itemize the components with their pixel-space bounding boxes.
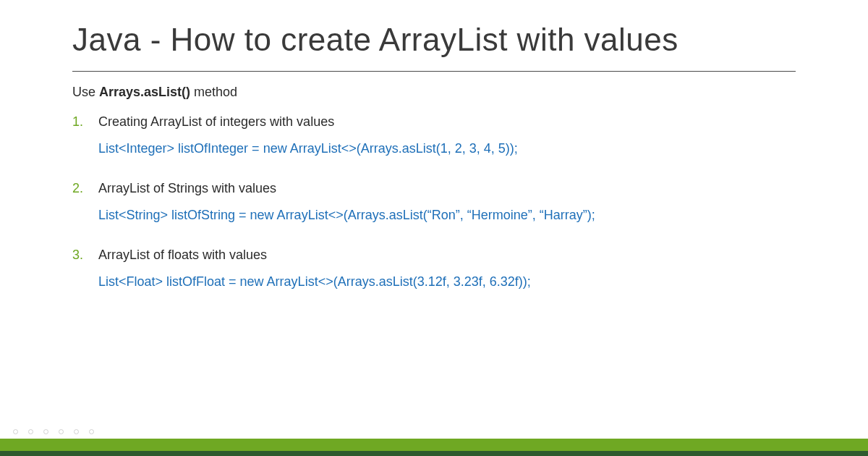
- intro-prefix: Use: [72, 85, 99, 99]
- code-line: List<Integer> listOfInteger = new ArrayL…: [98, 141, 796, 156]
- dot-icon: [59, 429, 64, 434]
- footer-bar: [0, 439, 868, 456]
- dot-icon: [28, 429, 33, 434]
- list-item: Creating ArrayList of integers with valu…: [72, 114, 796, 156]
- item-text: Creating ArrayList of integers with valu…: [98, 114, 796, 130]
- dot-icon: [74, 429, 79, 434]
- list-item: ArrayList of Strings with values List<St…: [72, 181, 796, 223]
- list-item: ArrayList of floats with values List<Flo…: [72, 248, 796, 290]
- intro-suffix: method: [190, 85, 237, 99]
- numbered-list: Creating ArrayList of integers with valu…: [72, 114, 796, 290]
- item-text: ArrayList of Strings with values: [98, 181, 796, 196]
- dot-icon: [43, 429, 48, 434]
- decorative-dots: [13, 429, 94, 434]
- intro-line: Use Arrays.asList() method: [72, 85, 796, 100]
- slide-content: Java - How to create ArrayList with valu…: [0, 0, 868, 456]
- title-divider: [72, 71, 796, 72]
- footer-green-bar: [0, 439, 868, 451]
- intro-bold: Arrays.asList(): [99, 85, 190, 99]
- footer-dark-bar: [0, 451, 868, 456]
- code-line: List<Float> listOfFloat = new ArrayList<…: [98, 274, 796, 290]
- dot-icon: [13, 429, 18, 434]
- item-text: ArrayList of floats with values: [98, 248, 796, 263]
- page-title: Java - How to create ArrayList with valu…: [72, 22, 796, 58]
- code-line: List<String> listOfString = new ArrayLis…: [98, 208, 796, 223]
- dot-icon: [89, 429, 94, 434]
